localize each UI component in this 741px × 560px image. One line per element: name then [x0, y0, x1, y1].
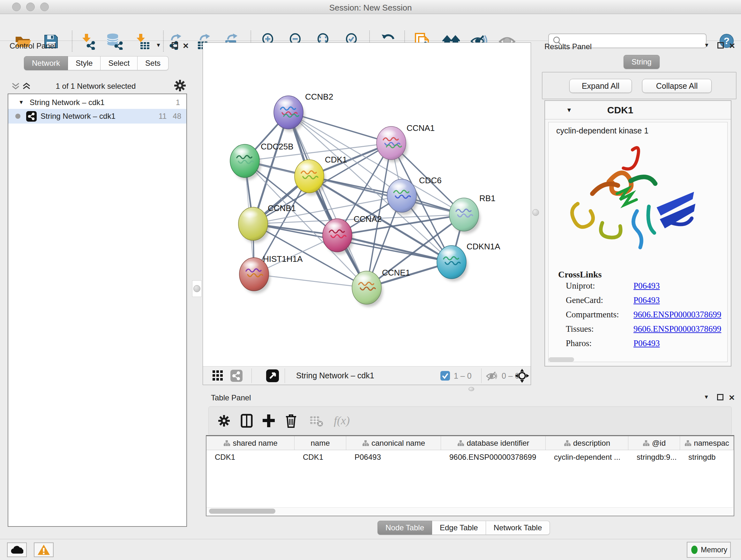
node-CDK1[interactable] — [294, 160, 326, 195]
tree-expand-icon[interactable]: ▼ — [18, 99, 24, 106]
node-CCNB2[interactable] — [274, 96, 305, 132]
tab-select[interactable]: Select — [100, 56, 138, 70]
crosslink-link[interactable]: 9606.ENSP00000378699 — [633, 324, 721, 334]
cloud-button[interactable] — [7, 543, 27, 557]
edit-column-icon[interactable] — [563, 440, 570, 447]
selected-count: 1 – 0 — [454, 371, 472, 381]
collapse-all-networks-icon[interactable] — [11, 82, 20, 90]
main-toolbar: ? — [0, 14, 741, 41]
table-panel-float-icon[interactable] — [717, 394, 724, 400]
crosslink-link[interactable]: 9606.ENSP00000378699 — [633, 310, 721, 320]
node-CCNE1[interactable] — [352, 271, 383, 307]
table-header-row: shared namenamecanonical namedatabase id… — [206, 436, 734, 450]
node-CDKN1A[interactable] — [437, 246, 468, 281]
column-header-description[interactable]: description — [546, 436, 628, 450]
collapse-all-button[interactable]: Collapse All — [642, 79, 712, 93]
tab-string[interactable]: String — [623, 55, 660, 69]
column-header-namespac[interactable]: namespac — [680, 436, 734, 450]
horizontal-splitter-handle[interactable] — [467, 386, 476, 391]
network-collection-row[interactable]: ▼ String Network – cdk1 1 — [8, 94, 186, 109]
tab-network-table[interactable]: Network Table — [486, 521, 550, 535]
expand-all-button[interactable]: Expand All — [569, 79, 632, 93]
table-type-tabs: Node TableEdge TableNetwork Table — [378, 521, 550, 535]
table-row[interactable]: CDK1CDK1P064939606.ENSP00000378699cyclin… — [206, 450, 734, 464]
delete-table-icon[interactable] — [310, 416, 324, 427]
table-panel-close-icon[interactable]: ✕ — [729, 393, 735, 402]
edit-column-icon[interactable] — [457, 440, 464, 447]
table-cell[interactable]: 9606.ENSP00000378699 — [441, 450, 546, 464]
crosslink-row: Tissues:9606.ENSP00000378699 — [566, 324, 727, 334]
node-label-CDK1: CDK1 — [325, 155, 347, 165]
tab-node-table[interactable]: Node Table — [378, 521, 432, 535]
left-splitter-handle[interactable] — [192, 280, 202, 297]
results-panel-collapse-icon[interactable]: ▼ — [704, 42, 710, 49]
birdseye-grid-icon[interactable] — [212, 370, 223, 381]
table-cell[interactable]: CDK1 — [294, 450, 346, 464]
tab-network[interactable]: Network — [24, 56, 68, 70]
crosslink-link[interactable]: P06493 — [633, 338, 660, 348]
control-panel-float-icon[interactable] — [172, 42, 178, 49]
table-panel-title: Table Panel — [211, 393, 251, 402]
separator — [481, 368, 482, 383]
node-CCNA1[interactable] — [377, 126, 408, 162]
sphere-highlight — [242, 260, 259, 269]
results-hscrollbar-thumb[interactable] — [549, 357, 574, 362]
tab-style[interactable]: Style — [68, 56, 100, 70]
tab-sets[interactable]: Sets — [138, 56, 169, 70]
open-in-window-icon[interactable] — [266, 369, 279, 382]
fx-equation-icon[interactable]: f(x) — [334, 414, 350, 427]
add-column-icon[interactable] — [262, 414, 275, 428]
results-panel-float-icon[interactable] — [718, 42, 724, 49]
edge-CCNE1-HIST1H1A[interactable] — [254, 274, 367, 288]
sphere-highlight — [241, 210, 259, 219]
edit-column-icon[interactable] — [643, 440, 650, 447]
column-header-name[interactable]: name — [294, 436, 346, 450]
entry-collapse-icon[interactable]: ▼ — [566, 107, 572, 114]
node-label-HIST1H1A: HIST1H1A — [263, 254, 303, 264]
node-RB1[interactable] — [449, 198, 480, 234]
results-panel: Results Panel ▼ ✕ String Expand All Coll… — [540, 42, 741, 385]
table-hscrollbar-thumb[interactable] — [209, 509, 275, 514]
crosslink-link[interactable]: P06493 — [633, 295, 660, 305]
network-canvas[interactable]: CCNB2CCNA1CDC25BCDK1CDC6RB1CCNB1CCNA2CDK… — [203, 43, 531, 366]
column-header-canonical-name[interactable]: canonical name — [346, 436, 441, 450]
tab-edge-table[interactable]: Edge Table — [432, 521, 486, 535]
right-splitter-handle[interactable] — [531, 204, 540, 220]
control-panel-collapse-icon[interactable]: ▼ — [156, 42, 161, 49]
node-CDC25B[interactable] — [230, 144, 261, 180]
column-header-database-identifier[interactable]: database identifier — [441, 436, 546, 450]
crosslink-link[interactable]: P06493 — [633, 281, 660, 291]
table-cell[interactable]: cyclin-dependent ... — [546, 450, 628, 464]
table-gear-icon[interactable] — [218, 415, 230, 427]
table-cell[interactable]: CDK1 — [206, 450, 294, 464]
network-label: String Network – cdk1 — [41, 112, 116, 121]
results-panel-close-icon[interactable]: ✕ — [729, 42, 735, 51]
table-cell[interactable]: P06493 — [346, 450, 441, 464]
memory-button[interactable]: Memory — [687, 542, 731, 558]
table-cell[interactable]: stringdb — [680, 450, 734, 464]
network-row-selected[interactable]: String Network – cdk1 11 48 — [8, 109, 186, 124]
selected-checkbox-icon[interactable] — [441, 371, 450, 381]
network-share-icon[interactable] — [230, 370, 243, 382]
expand-all-networks-icon[interactable] — [22, 82, 30, 90]
table-hscrollbar[interactable] — [206, 507, 733, 514]
node-CDC6[interactable] — [387, 179, 418, 215]
edit-column-icon[interactable] — [223, 440, 230, 447]
node-CCNA2[interactable] — [323, 219, 354, 254]
control-panel-close-icon[interactable]: ✕ — [183, 42, 189, 51]
show-columns-icon[interactable] — [241, 414, 253, 428]
column-header-@id[interactable]: @id — [628, 436, 680, 450]
fit-crosshair-icon[interactable] — [515, 369, 529, 383]
warnings-button[interactable] — [34, 543, 54, 557]
delete-column-trash-icon[interactable] — [285, 414, 297, 428]
network-view-toolbar: String Network – cdk1 1 – 0 0 – 0 — [203, 366, 531, 385]
edit-column-icon[interactable] — [362, 440, 369, 447]
network-options-gear-icon[interactable] — [174, 79, 186, 92]
edit-column-icon[interactable] — [684, 440, 691, 447]
column-header-shared-name[interactable]: shared name — [206, 436, 294, 450]
table-cell[interactable]: stringdb:9... — [628, 450, 680, 464]
entry-header[interactable]: ▼ CDK1 — [545, 101, 731, 119]
table-panel-collapse-icon[interactable]: ▼ — [704, 394, 709, 400]
crosslink-row: GeneCard:P06493 — [566, 295, 727, 305]
network-type-icon — [26, 111, 37, 122]
